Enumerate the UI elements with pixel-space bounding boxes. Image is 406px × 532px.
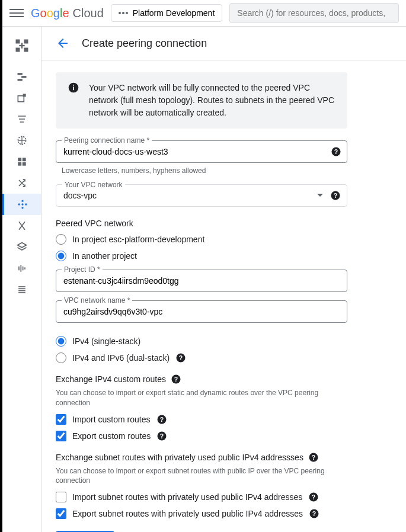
import-routes-label[interactable]: Import custom routes xyxy=(72,415,151,424)
help-icon[interactable]: ? xyxy=(308,492,319,502)
peering-name-label: Peering connection name * xyxy=(62,136,152,145)
radio-another-project-label[interactable]: In another project xyxy=(72,251,137,261)
svg-text:?: ? xyxy=(160,432,164,439)
help-icon[interactable]: ? xyxy=(308,452,319,463)
sidebar-item-8[interactable] xyxy=(2,215,41,236)
svg-text:?: ? xyxy=(334,148,338,155)
svg-text:?: ? xyxy=(312,510,316,517)
radio-another-project[interactable] xyxy=(56,251,66,261)
vpc-name-label: VPC network name * xyxy=(62,296,132,305)
svg-rect-28 xyxy=(18,292,25,293)
import-subnet-label[interactable]: Import subnet routes with privately used… xyxy=(72,492,302,502)
sidebar-item-4[interactable] xyxy=(2,130,41,151)
svg-rect-13 xyxy=(22,158,25,161)
sidebar-item-5[interactable] xyxy=(2,151,41,172)
svg-rect-25 xyxy=(18,286,25,287)
svg-point-20 xyxy=(21,203,23,205)
help-icon[interactable]: ? xyxy=(171,374,181,384)
svg-rect-5 xyxy=(21,43,22,48)
sidebar-item-peering[interactable] xyxy=(2,194,41,215)
sidebar-item-11[interactable] xyxy=(2,279,41,300)
checkbox-export-subnet[interactable] xyxy=(56,508,66,519)
help-icon[interactable]: ? xyxy=(156,414,167,425)
project-id-label: Project ID * xyxy=(62,265,103,274)
svg-rect-12 xyxy=(18,158,21,161)
sidebar-item-10[interactable] xyxy=(2,258,41,279)
svg-point-18 xyxy=(25,203,27,205)
sidebar-item-3[interactable] xyxy=(2,108,41,130)
peered-vpc-section-title: Peered VPC network xyxy=(56,219,347,228)
svg-rect-10 xyxy=(23,94,25,97)
svg-text:?: ? xyxy=(179,354,183,361)
info-box: Your VPC network will be fully connected… xyxy=(56,72,347,129)
svg-rect-1 xyxy=(24,40,28,44)
svg-rect-21 xyxy=(18,267,20,271)
svg-rect-24 xyxy=(24,267,25,269)
svg-rect-22 xyxy=(20,265,21,272)
sidebar-item-9[interactable] xyxy=(2,236,41,258)
vpc-network-select[interactable]: Your VPC network docs-vpc ? xyxy=(56,184,347,207)
svg-text:?: ? xyxy=(159,415,163,422)
svg-rect-26 xyxy=(18,289,25,290)
peering-name-helper: Lowercase letters, numbers, hyphens allo… xyxy=(62,166,347,175)
search-input[interactable] xyxy=(229,3,399,23)
radio-ipv4[interactable] xyxy=(56,336,66,347)
radio-dual-stack[interactable] xyxy=(56,352,66,363)
exchange-subnet-title: Exchange subnet routes with privately us… xyxy=(56,453,303,462)
svg-rect-2 xyxy=(15,48,20,52)
svg-text:?: ? xyxy=(312,453,315,460)
svg-rect-27 xyxy=(18,290,25,291)
vpc-network-label: Your VPC network xyxy=(62,181,125,189)
page-title: Create peering connection xyxy=(82,37,207,50)
svg-rect-14 xyxy=(18,162,21,166)
svg-text:?: ? xyxy=(174,376,178,383)
svg-rect-23 xyxy=(22,267,23,271)
radio-in-project[interactable] xyxy=(56,234,66,245)
svg-point-31 xyxy=(73,85,74,86)
help-icon[interactable]: ? xyxy=(156,431,167,441)
svg-text:?: ? xyxy=(334,192,337,199)
checkbox-import-routes[interactable] xyxy=(56,414,66,425)
svg-point-19 xyxy=(21,207,23,209)
project-dots-icon xyxy=(119,12,128,14)
svg-rect-7 xyxy=(21,76,26,78)
info-text: Your VPC network will be fully connected… xyxy=(89,82,335,119)
svg-rect-0 xyxy=(15,40,20,44)
sidebar-item-2[interactable] xyxy=(2,87,41,108)
project-selector[interactable]: Platform Development xyxy=(111,4,223,22)
chevron-down-icon xyxy=(317,194,323,197)
svg-text:?: ? xyxy=(312,493,315,501)
radio-dual-stack-label[interactable]: IPv4 and IPv6 (dual-stack) xyxy=(72,353,170,363)
vpc-network-value: docs-vpc xyxy=(63,191,340,200)
sidebar xyxy=(2,27,41,532)
svg-point-17 xyxy=(18,203,20,205)
info-icon xyxy=(68,82,79,94)
svg-rect-3 xyxy=(24,48,28,52)
exchange-subnet-desc: You can choose to import or export subne… xyxy=(56,466,347,486)
exchange-routes-desc: You can choose to import or export stati… xyxy=(56,388,347,408)
google-cloud-logo[interactable]: Google Cloud xyxy=(31,7,104,20)
svg-rect-30 xyxy=(73,86,74,90)
svg-rect-15 xyxy=(22,162,25,166)
help-icon[interactable]: ? xyxy=(331,146,341,157)
svg-rect-6 xyxy=(17,73,22,75)
svg-rect-8 xyxy=(17,79,22,81)
help-icon[interactable]: ? xyxy=(309,508,319,519)
svg-point-16 xyxy=(21,200,23,202)
checkbox-import-subnet[interactable] xyxy=(56,492,66,502)
radio-ipv4-label[interactable]: IPv4 (single-stack) xyxy=(72,336,140,346)
vpc-product-icon xyxy=(14,37,30,54)
radio-in-project-label[interactable]: In project esc-platform-development xyxy=(72,235,204,244)
back-arrow-icon[interactable] xyxy=(56,36,70,50)
sidebar-item-6[interactable] xyxy=(2,172,41,194)
export-routes-label[interactable]: Export custom routes xyxy=(72,431,151,441)
project-name: Platform Development xyxy=(133,8,215,18)
sidebar-item-1[interactable] xyxy=(2,66,41,87)
logo-cloud-text: Cloud xyxy=(73,7,104,20)
help-icon[interactable]: ? xyxy=(330,190,341,201)
help-icon[interactable]: ? xyxy=(175,352,186,363)
exchange-routes-title: Exchange IPv4 custom routes xyxy=(56,374,166,384)
menu-icon[interactable] xyxy=(9,6,24,20)
checkbox-export-routes[interactable] xyxy=(56,431,66,441)
export-subnet-label[interactable]: Export subnet routes with privately used… xyxy=(72,509,303,518)
